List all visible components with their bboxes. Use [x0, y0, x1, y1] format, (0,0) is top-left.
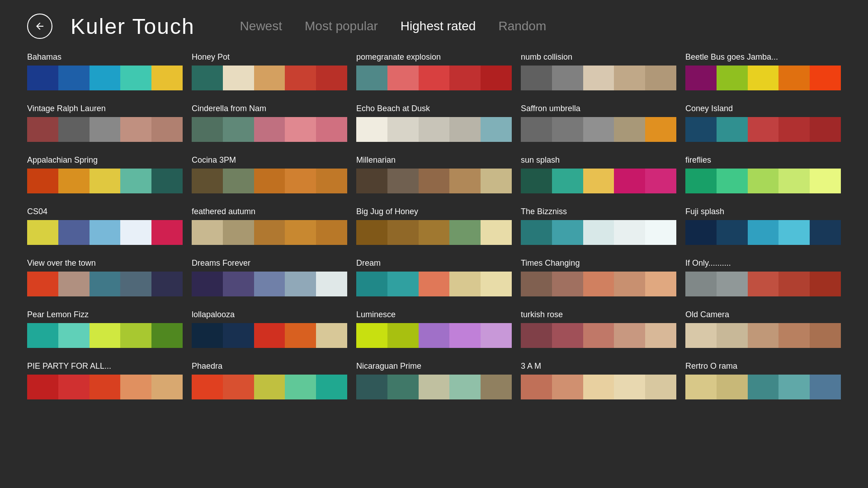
palette-card[interactable]: numb collision	[521, 52, 676, 90]
palette-card[interactable]: CS04	[27, 207, 183, 245]
color-swatch	[356, 272, 387, 296]
color-swatch	[223, 117, 254, 142]
palette-card[interactable]: Cocina 3PM	[192, 155, 347, 193]
color-swatch	[27, 323, 58, 348]
palette-card[interactable]: pomegranate explosion	[356, 52, 512, 90]
palette-card[interactable]: PIE PARTY FOR ALL...	[27, 361, 183, 399]
color-swatch	[645, 220, 676, 245]
palette-card[interactable]: Old Camera	[685, 310, 841, 348]
color-swatch	[583, 323, 614, 348]
palette-card[interactable]: Big Jug of Honey	[356, 207, 512, 245]
color-swatch	[58, 117, 90, 142]
color-swatch	[481, 66, 512, 90]
palette-card[interactable]: 3 A M	[521, 361, 676, 399]
tab-random[interactable]: Random	[498, 19, 546, 33]
color-swatch	[717, 66, 748, 90]
color-swatch	[778, 66, 810, 90]
palette-swatches	[521, 169, 676, 193]
color-swatch	[583, 375, 614, 399]
color-swatch	[316, 220, 347, 245]
palette-card[interactable]: Rertro O rama	[685, 361, 841, 399]
palette-swatches	[27, 272, 183, 296]
color-swatch	[748, 323, 779, 348]
color-swatch	[316, 272, 347, 296]
tab-most-popular[interactable]: Most popular	[305, 19, 378, 33]
color-swatch	[419, 272, 450, 296]
palette-card[interactable]: Dream	[356, 258, 512, 296]
palette-card[interactable]: If Only..........	[685, 258, 841, 296]
app-header: Kuler Touch Newest Most popular Highest …	[0, 0, 868, 48]
color-swatch	[748, 272, 779, 296]
palette-card[interactable]: Saffron umbrella	[521, 104, 676, 142]
color-swatch	[521, 220, 552, 245]
palette-card[interactable]: Beetle Bus goes Jamba...	[685, 52, 841, 90]
color-swatch	[316, 169, 347, 193]
palette-card[interactable]: fireflies	[685, 155, 841, 193]
color-swatch	[223, 323, 254, 348]
palette-card[interactable]: Luminesce	[356, 310, 512, 348]
color-swatch	[27, 117, 58, 142]
back-button[interactable]	[27, 14, 52, 39]
palette-card[interactable]: Echo Beach at Dusk	[356, 104, 512, 142]
palette-card[interactable]: Nicaraguan Prime	[356, 361, 512, 399]
color-swatch	[645, 169, 676, 193]
palette-card[interactable]: Dreams Forever	[192, 258, 347, 296]
palette-card[interactable]: Bahamas	[27, 52, 183, 90]
color-swatch	[810, 220, 841, 245]
color-swatch	[583, 117, 614, 142]
palette-swatches	[27, 375, 183, 399]
color-swatch	[748, 375, 779, 399]
color-swatch	[449, 117, 481, 142]
palette-card[interactable]: Millenarian	[356, 155, 512, 193]
color-swatch	[810, 272, 841, 296]
color-swatch	[90, 220, 121, 245]
color-swatch	[27, 169, 58, 193]
palette-card[interactable]: sun splash	[521, 155, 676, 193]
tab-highest-rated[interactable]: Highest rated	[401, 19, 476, 33]
color-swatch	[120, 220, 151, 245]
color-swatch	[120, 66, 151, 90]
palette-card[interactable]: Honey Pot	[192, 52, 347, 90]
palette-card[interactable]: Coney Island	[685, 104, 841, 142]
color-swatch	[778, 375, 810, 399]
color-swatch	[645, 66, 676, 90]
color-swatch	[685, 66, 717, 90]
color-swatch	[285, 66, 316, 90]
color-swatch	[356, 220, 387, 245]
palette-card[interactable]: Fuji splash	[685, 207, 841, 245]
palette-name: Phaedra	[192, 361, 347, 371]
palette-card[interactable]: View over the town	[27, 258, 183, 296]
palette-card[interactable]: Appalachian Spring	[27, 155, 183, 193]
palette-card[interactable]: Cinderella from Nam	[192, 104, 347, 142]
palette-name: Appalachian Spring	[27, 155, 183, 165]
color-swatch	[316, 117, 347, 142]
color-swatch	[192, 169, 223, 193]
color-swatch	[151, 220, 183, 245]
palette-card[interactable]: turkish rose	[521, 310, 676, 348]
color-swatch	[552, 66, 583, 90]
palette-card[interactable]: Vintage Ralph Lauren	[27, 104, 183, 142]
palette-card[interactable]: lollapalooza	[192, 310, 347, 348]
palette-name: Bahamas	[27, 52, 183, 62]
palette-card[interactable]: The Bizzniss	[521, 207, 676, 245]
color-swatch	[223, 272, 254, 296]
palettes-grid: BahamasHoney Potpomegranate explosionnum…	[0, 48, 868, 408]
tab-newest[interactable]: Newest	[240, 19, 282, 33]
palette-name: turkish rose	[521, 310, 676, 319]
palette-name: pomegranate explosion	[356, 52, 512, 62]
color-swatch	[645, 117, 676, 142]
palette-name: Cinderella from Nam	[192, 104, 347, 113]
color-swatch	[192, 66, 223, 90]
color-swatch	[481, 272, 512, 296]
palette-card[interactable]: Times Changing	[521, 258, 676, 296]
palette-card[interactable]: Phaedra	[192, 361, 347, 399]
color-swatch	[552, 220, 583, 245]
palette-card[interactable]: feathered autumn	[192, 207, 347, 245]
color-swatch	[285, 272, 316, 296]
palette-name: Times Changing	[521, 258, 676, 268]
color-swatch	[387, 169, 419, 193]
palette-name: feathered autumn	[192, 207, 347, 216]
palette-card[interactable]: Pear Lemon Fizz	[27, 310, 183, 348]
palette-swatches	[521, 323, 676, 348]
color-swatch	[151, 375, 183, 399]
